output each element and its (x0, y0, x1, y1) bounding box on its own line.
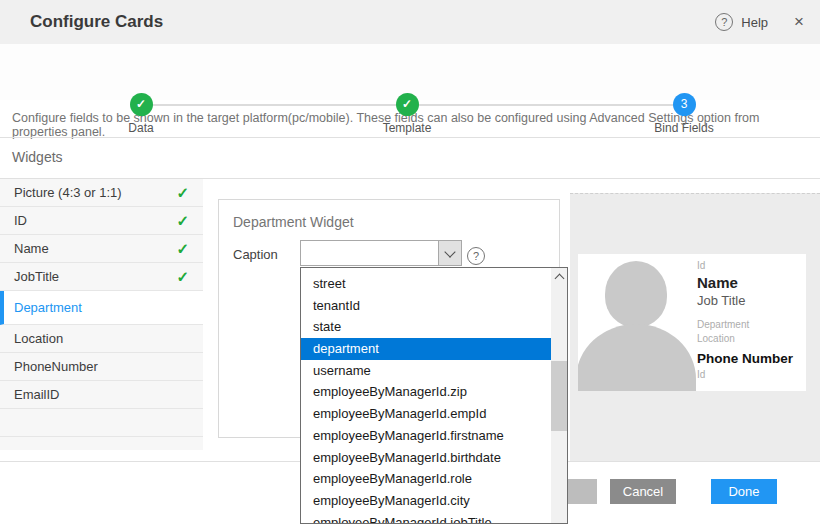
widgets-heading: Widgets (12, 149, 63, 165)
page-title: Configure Cards (30, 12, 163, 32)
caption-dropdown-list: street tenantId state department usernam… (300, 267, 568, 524)
scrollbar-up-arrow[interactable] (551, 268, 567, 285)
card-preview-panel: Id Name Job Title Department Location Ph… (570, 193, 820, 461)
preview-fields: Id Name Job Title Department Location Ph… (697, 258, 802, 381)
step-circle-icon: ✓ (130, 93, 153, 116)
dropdown-option[interactable]: employeeByManagerId.jobTitle (301, 512, 551, 524)
dropdown-option[interactable]: tenantId (301, 295, 551, 317)
sidebar-item[interactable]: Location ✓ (0, 325, 203, 353)
chevron-up-icon (554, 274, 564, 284)
sidebar-item[interactable]: ID ✓ (0, 207, 203, 235)
preview-field: Id (697, 369, 802, 380)
dropdown-option[interactable]: employeeByManagerId.firstname (301, 425, 551, 447)
preview-field: Location (697, 333, 802, 344)
avatar-silhouette-icon (578, 254, 696, 391)
sidebar-item-label: Location (14, 331, 63, 346)
dropdown-option[interactable]: username (301, 360, 551, 382)
dialog-titlebar: Configure Cards ? Help × (0, 0, 820, 45)
step-circle-icon: 3 (673, 93, 696, 116)
check-icon: ✓ (176, 179, 189, 207)
preview-field: Phone Number (697, 351, 802, 366)
preview-field: Job Title (697, 293, 802, 308)
question-icon: ? (467, 247, 485, 265)
sidebar-item[interactable]: Name ✓ (0, 235, 203, 263)
sidebar-item[interactable]: Picture (4:3 or 1:1) ✓ (0, 179, 203, 207)
sidebar-item[interactable]: JobTitle ✓ (0, 263, 203, 291)
check-icon: ✓ (176, 263, 189, 291)
check-icon: ✓ (176, 207, 189, 235)
sidebar-item-label: ID (14, 213, 27, 228)
preview-field: Name (697, 274, 802, 291)
sidebar-item-label: EmailID (14, 387, 60, 402)
cancel-button[interactable]: Cancel (610, 479, 676, 504)
preview-field: Id (697, 260, 802, 271)
dropdown-option[interactable]: employeeByManagerId.city (301, 490, 551, 512)
scrollbar-thumb[interactable] (551, 361, 567, 431)
widgets-sidebar: Picture (4:3 or 1:1) ✓ ID ✓ Name ✓ JobTi… (0, 179, 203, 450)
dropdown-option[interactable]: state (301, 316, 551, 338)
dropdown-option[interactable]: employeeByManagerId.empId (301, 403, 551, 425)
dropdown-option[interactable]: employeeByManagerId.zip (301, 381, 551, 403)
sidebar-item-label: Picture (4:3 or 1:1) (14, 185, 122, 200)
sidebar-item-label: Name (14, 241, 49, 256)
preview-card: Id Name Job Title Department Location Ph… (578, 254, 806, 391)
dropdown-arrow-button[interactable] (438, 241, 461, 265)
done-button[interactable]: Done (711, 479, 777, 504)
chevron-down-icon (444, 246, 455, 257)
help-icon[interactable]: ? (715, 13, 733, 31)
dropdown-option[interactable]: street (301, 273, 551, 295)
caption-select[interactable] (300, 240, 462, 266)
sidebar-empty-row (0, 409, 203, 437)
sidebar-empty-row (0, 437, 203, 450)
dropdown-scrollbar[interactable] (551, 268, 567, 523)
check-icon: ✓ (176, 235, 189, 263)
help-link[interactable]: Help (741, 15, 768, 30)
caption-label: Caption (233, 247, 278, 262)
sidebar-item-label: PhoneNumber (14, 359, 98, 374)
close-icon[interactable]: × (788, 12, 810, 32)
caption-help[interactable]: ? (467, 246, 485, 265)
sidebar-item[interactable]: PhoneNumber ✓ (0, 353, 203, 381)
sidebar-item-label: JobTitle (14, 269, 59, 284)
preview-field: Department (697, 319, 802, 330)
step-circle-icon: ✓ (396, 93, 419, 116)
dropdown-option[interactable]: employeeByManagerId.birthdate (301, 447, 551, 469)
divider (0, 137, 820, 138)
widget-panel-title: Department Widget (233, 214, 354, 230)
sidebar-item[interactable]: EmailID ✓ (0, 381, 203, 409)
sidebar-item[interactable]: Department ✓ (0, 291, 203, 325)
sidebar-item-label: Department (14, 300, 82, 315)
dropdown-option[interactable]: employeeByManagerId.role (301, 468, 551, 490)
wizard-steps: ✓ Data ✓ Template 3 Bind Fields (0, 44, 820, 100)
dropdown-option[interactable]: department (301, 338, 551, 360)
